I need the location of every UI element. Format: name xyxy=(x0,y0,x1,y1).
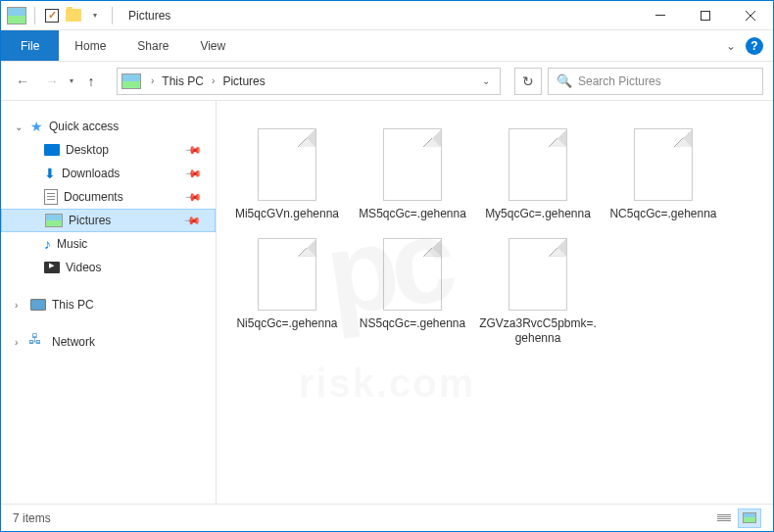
qat-separator-2 xyxy=(112,7,113,24)
breadcrumb-segment[interactable]: This PC xyxy=(158,74,208,88)
documents-icon xyxy=(44,189,58,205)
file-name: NS5qcGc=.gehenna xyxy=(360,316,465,332)
tree-label: Pictures xyxy=(69,214,111,227)
file-item[interactable]: My5qcGc=.gehenna xyxy=(475,121,601,230)
sidebar-item-pictures[interactable]: Pictures 📌 xyxy=(1,209,216,232)
desktop-icon xyxy=(44,144,60,156)
star-icon: ★ xyxy=(30,119,43,134)
search-box[interactable]: 🔍 Search Pictures xyxy=(548,68,763,95)
file-icon xyxy=(508,128,567,201)
tab-share[interactable]: Share xyxy=(121,30,184,61)
file-icon xyxy=(634,128,693,201)
forward-button[interactable]: → xyxy=(40,70,64,93)
network-icon xyxy=(30,335,46,349)
expand-icon[interactable]: › xyxy=(15,337,24,348)
pin-icon: 📌 xyxy=(182,211,201,229)
body-area: ⌄ ★ Quick access Desktop 📌 ⬇ Downloads 📌… xyxy=(1,101,773,504)
sidebar-item-downloads[interactable]: ⬇ Downloads 📌 xyxy=(1,162,216,185)
svg-rect-1 xyxy=(701,11,710,20)
file-item[interactable]: MS5qcGc=.gehenna xyxy=(350,121,475,230)
help-icon[interactable]: ? xyxy=(746,37,763,55)
file-icon xyxy=(383,128,442,201)
minimize-button[interactable] xyxy=(638,1,683,30)
tree-label: Documents xyxy=(64,190,123,204)
file-name: Ni5qcGc=.gehenna xyxy=(236,316,337,332)
qat-separator xyxy=(34,7,35,24)
window-icon[interactable] xyxy=(7,7,26,24)
view-large-icons-button[interactable] xyxy=(738,508,761,528)
tab-home[interactable]: Home xyxy=(59,30,121,61)
view-details-button[interactable] xyxy=(712,508,736,528)
up-button[interactable]: ↑ xyxy=(79,70,103,93)
tree-network-group: › Network xyxy=(1,330,216,354)
sidebar-item-music[interactable]: ♪ Music xyxy=(1,232,216,256)
refresh-button[interactable]: ↻ xyxy=(514,68,542,95)
file-item[interactable]: Ni5qcGc=.gehenna xyxy=(224,230,350,355)
expand-icon[interactable]: › xyxy=(15,300,24,311)
file-item[interactable]: NC5qcGc=.gehenna xyxy=(601,121,726,230)
videos-icon xyxy=(44,262,60,273)
search-icon: 🔍 xyxy=(556,73,572,88)
sidebar-item-documents[interactable]: Documents 📌 xyxy=(1,185,216,209)
ribbon-right: ⌄ ? xyxy=(726,30,773,61)
titlebar: ✓ ▾ Pictures xyxy=(1,1,773,30)
file-grid: Mi5qcGVn.gehennaMS5qcGc=.gehennaMy5qcGc=… xyxy=(224,121,765,355)
tab-view[interactable]: View xyxy=(184,30,241,61)
tree-label: Desktop xyxy=(66,143,109,157)
back-button[interactable]: ← xyxy=(11,70,34,93)
tree-label: Downloads xyxy=(62,167,120,180)
content-pane[interactable]: Mi5qcGVn.gehennaMS5qcGc=.gehennaMy5qcGc=… xyxy=(217,101,773,504)
music-icon: ♪ xyxy=(44,236,51,252)
sidebar: ⌄ ★ Quick access Desktop 📌 ⬇ Downloads 📌… xyxy=(1,101,217,504)
statusbar: 7 items xyxy=(1,504,773,531)
sidebar-item-desktop[interactable]: Desktop 📌 xyxy=(1,138,216,162)
file-icon xyxy=(508,238,567,311)
status-right xyxy=(712,508,761,528)
qat-properties[interactable]: ✓ xyxy=(43,7,61,24)
qat-dropdown[interactable]: ▾ xyxy=(86,7,104,24)
search-placeholder: Search Pictures xyxy=(578,74,661,88)
file-name: NC5qcGc=.gehenna xyxy=(609,207,716,222)
location-icon xyxy=(121,73,141,89)
file-item[interactable]: NS5qcGc=.gehenna xyxy=(350,230,475,355)
breadcrumb-chevron-icon[interactable]: › xyxy=(208,75,218,86)
expand-icon[interactable]: ⌄ xyxy=(15,121,24,132)
file-item[interactable]: ZGVza3RvcC5pbmk=.gehenna xyxy=(475,230,601,355)
tree-label: This PC xyxy=(52,298,94,312)
titlebar-left: ✓ ▾ Pictures xyxy=(1,7,170,24)
breadcrumb-chevron-icon[interactable]: › xyxy=(147,75,158,86)
downloads-icon: ⬇ xyxy=(44,166,56,181)
details-icon xyxy=(717,514,731,521)
ribbon-expand-icon[interactable]: ⌄ xyxy=(726,39,736,53)
history-dropdown[interactable]: ▾ xyxy=(70,76,73,85)
pin-icon: 📌 xyxy=(183,140,202,159)
tree-network[interactable]: › Network xyxy=(1,330,216,354)
file-item[interactable]: Mi5qcGVn.gehenna xyxy=(224,121,350,230)
file-icon xyxy=(258,128,316,201)
file-name: My5qcGc=.gehenna xyxy=(485,207,591,222)
tree-label: Music xyxy=(57,237,87,251)
status-count: 7 items xyxy=(13,511,51,525)
file-icon xyxy=(258,238,316,311)
pin-icon: 📌 xyxy=(183,164,202,182)
maximize-button[interactable] xyxy=(683,1,728,30)
tree-quick-access[interactable]: ⌄ ★ Quick access xyxy=(1,115,216,138)
qat-new-folder[interactable] xyxy=(65,7,82,24)
window-title: Pictures xyxy=(128,9,170,23)
address-right: ⌄ xyxy=(482,75,496,86)
file-name: Mi5qcGVn.gehenna xyxy=(235,207,339,222)
tree-quick-access-group: ⌄ ★ Quick access Desktop 📌 ⬇ Downloads 📌… xyxy=(1,115,216,279)
address-dropdown-icon[interactable]: ⌄ xyxy=(482,75,490,86)
window-controls xyxy=(638,1,773,30)
close-button[interactable] xyxy=(728,1,773,30)
tree-this-pc[interactable]: › This PC xyxy=(1,293,216,316)
file-tab[interactable]: File xyxy=(1,30,59,61)
address-bar[interactable]: › This PC › Pictures ⌄ xyxy=(117,68,501,95)
pc-icon xyxy=(30,299,46,311)
file-name: MS5qcGc=.gehenna xyxy=(359,207,466,222)
sidebar-item-videos[interactable]: Videos xyxy=(1,256,216,279)
file-name: ZGVza3RvcC5pbmk=.gehenna xyxy=(479,316,597,347)
ribbon: File Home Share View ⌄ ? xyxy=(1,30,773,62)
breadcrumb-segment[interactable]: Pictures xyxy=(218,74,268,88)
tree-label: Network xyxy=(52,335,95,349)
